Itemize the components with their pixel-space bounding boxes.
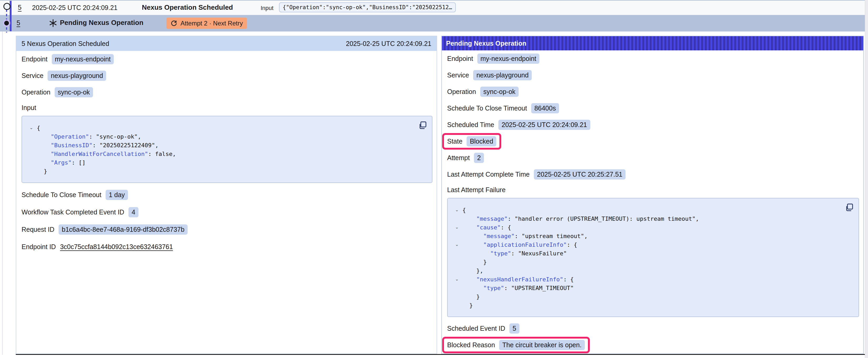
- collapse-chevron-icon[interactable]: ⌄: [455, 276, 459, 283]
- code-line: }: [455, 292, 843, 301]
- field-label: Endpoint ID: [22, 243, 56, 251]
- failure-section-label: Last Attempt Failure: [442, 183, 863, 197]
- detail-row-operation: Operationsync-op-ok: [16, 84, 437, 100]
- detail-row-last-attempt-complete-time: Last Attempt Complete Time2025-02-25 UTC…: [442, 166, 863, 183]
- collapse-chevron-icon[interactable]: ⌄: [455, 224, 459, 231]
- scheduled-card-header: 5 Nexus Operation Scheduled 2025-02-25 U…: [16, 36, 437, 51]
- code-line: "HandlerWaitForCancellation": false,: [29, 150, 416, 158]
- asterisk-icon: [49, 19, 57, 28]
- detail-row-scheduled-time: Scheduled Time2025-02-25 UTC 20:24:09.21: [442, 117, 863, 133]
- copy-icon[interactable]: [418, 121, 428, 130]
- event-id-link[interactable]: 5: [18, 4, 22, 11]
- json-key: "nexusHandlerFailureInfo": [476, 276, 563, 283]
- code-line: "message": "handler error (UPSTREAM_TIME…: [455, 215, 843, 223]
- detail-row-endpoint-id: Endpoint ID3c0c75ccfa8144b092c13ce632463…: [16, 238, 437, 255]
- scheduled-fields-bottom: Schedule To Close Timeout1 dayWorkflow T…: [16, 186, 437, 255]
- field-value: b1c6a4bc-8ee7-468a-9169-df3b02c8737b: [59, 224, 188, 235]
- code-line: "BusinessID": "20250225122409",: [29, 141, 416, 150]
- field-label: Request ID: [22, 226, 54, 233]
- json-key: "message": [483, 233, 515, 239]
- pending-fields-bottom: Scheduled Event ID5Blocked ReasonThe cir…: [442, 320, 863, 353]
- annotation-highlight-box: Blocked ReasonThe circuit breaker is ope…: [442, 337, 590, 353]
- field-value: Blocked: [467, 136, 496, 147]
- json-key: "BusinessID": [51, 142, 92, 149]
- field-label: State: [447, 137, 462, 145]
- field-label: Workflow Task Completed Event ID: [22, 208, 124, 216]
- table-left-border: [2, 32, 3, 355]
- field-value: 2: [474, 153, 484, 163]
- json-key: "type": [483, 285, 504, 291]
- retry-badge: Attempt 2 · Next Retry: [166, 18, 247, 29]
- timeline-open-circle-icon: [3, 3, 10, 10]
- detail-row-blocked-reason: Blocked ReasonThe circuit breaker is ope…: [442, 337, 863, 353]
- event-row-pending[interactable]: 5 Pending Nexus Operation Attempt 2 · Ne…: [0, 15, 865, 32]
- input-section-label: Input: [16, 100, 437, 115]
- input-json-block: ⌄{ "Operation": "sync-op-ok", "BusinessI…: [22, 116, 432, 183]
- event-title: Nexus Operation Scheduled: [142, 3, 233, 11]
- retry-icon: [170, 20, 178, 27]
- code-line: "Args": []: [29, 158, 416, 167]
- detail-row-operation: Operationsync-op-ok: [442, 84, 863, 100]
- field-value: 4: [128, 207, 138, 217]
- code-line: "Operation": "sync-op-ok",: [29, 132, 416, 141]
- field-label: Schedule To Close Timeout: [22, 191, 101, 199]
- field-label: Attempt: [447, 154, 470, 162]
- detail-row-request-id: Request IDb1c6a4bc-8ee7-468a-9169-df3b02…: [16, 221, 437, 238]
- field-value: 1 day: [105, 190, 128, 200]
- collapse-chevron-icon[interactable]: ⌄: [455, 206, 459, 214]
- detail-row-service: Servicenexus-playground: [442, 67, 863, 84]
- retry-badge-label: Attempt 2 · Next Retry: [181, 20, 243, 27]
- field-value: nexus-playground: [473, 70, 532, 80]
- field-label: Blocked Reason: [447, 341, 495, 349]
- code-line: "message": "upstream timeout",: [455, 232, 843, 240]
- field-label: Last Attempt Complete Time: [447, 171, 530, 178]
- event-row-scheduled[interactable]: 5 2025-02-25 UTC 20:24:09.21 Nexus Opera…: [0, 1, 865, 15]
- scrollbar[interactable]: [865, 0, 868, 358]
- timeline-filled-dot-icon: [3, 20, 10, 27]
- field-value: 2025-02-25 UTC 20:24:09.21: [498, 120, 590, 130]
- pending-card-title: Pending Nexus Operation: [446, 40, 526, 47]
- pending-event-id-link[interactable]: 5: [17, 19, 20, 27]
- field-label: Scheduled Event ID: [447, 325, 505, 332]
- pending-operation-card: Pending Nexus Operation Endpointmy-nexus…: [441, 36, 864, 354]
- pending-event-title: Pending Nexus Operation: [60, 19, 144, 27]
- json-key: "Args": [51, 159, 71, 166]
- detail-row-scheduled-event-id: Scheduled Event ID5: [442, 320, 863, 337]
- field-value[interactable]: 3c0c75ccfa8144b092c13ce632463761: [60, 243, 173, 251]
- code-line: ⌄ "cause": {: [455, 223, 843, 232]
- code-line: "type": "NexusFailure": [455, 249, 843, 258]
- event-timestamp: 2025-02-25 UTC 20:24:09.21: [32, 4, 118, 11]
- code-line: ⌄ "applicationFailureInfo": {: [455, 240, 843, 249]
- scheduled-fields-top: Endpointmy-nexus-endpointServicenexus-pl…: [16, 51, 437, 100]
- code-line: }: [455, 301, 843, 310]
- scheduled-event-detail-card: 5 Nexus Operation Scheduled 2025-02-25 U…: [16, 36, 437, 354]
- event-group-bottom-border: [16, 354, 865, 355]
- field-value: 86400s: [531, 103, 559, 113]
- input-label: Input: [260, 5, 274, 11]
- field-value: sync-op-ok: [480, 87, 519, 97]
- pending-card-header: Pending Nexus Operation: [442, 36, 863, 51]
- json-key: "type": [490, 250, 511, 257]
- json-key: "HandlerWaitForCancellation": [51, 151, 148, 157]
- json-key: "message": [476, 216, 507, 222]
- code-line: }: [29, 167, 416, 175]
- collapse-chevron-icon[interactable]: ⌄: [455, 241, 459, 248]
- detail-row-workflow-task-completed-event-id: Workflow Task Completed Event ID4: [16, 203, 437, 221]
- copy-icon[interactable]: [845, 203, 854, 212]
- failure-json-block: ⌄{ "message": "handler error (UPSTREAM_T…: [447, 198, 859, 317]
- json-key: "Operation": [51, 133, 89, 140]
- scheduled-card-time: 2025-02-25 UTC 20:24:09.21: [346, 40, 431, 47]
- detail-row-service: Servicenexus-playground: [16, 67, 437, 84]
- input-preview-badge[interactable]: {"Operation":"sync-op-ok","BusinessID":"…: [279, 2, 456, 12]
- field-value: The circuit breaker is open.: [499, 340, 585, 350]
- code-line: ⌄ "nexusHandlerFailureInfo": {: [455, 275, 843, 284]
- field-label: Operation: [447, 88, 476, 96]
- code-line: "type": "UPSTREAM_TIMEOUT": [455, 284, 843, 292]
- detail-row-schedule-to-close-timeout: Schedule To Close Timeout86400s: [442, 100, 863, 117]
- json-key: "applicationFailureInfo": [483, 241, 567, 248]
- collapse-chevron-icon[interactable]: ⌄: [29, 124, 33, 131]
- detail-row-endpoint: Endpointmy-nexus-endpoint: [16, 51, 437, 67]
- field-label: Endpoint: [447, 55, 473, 62]
- field-label: Schedule To Close Timeout: [447, 104, 527, 112]
- field-label: Endpoint: [22, 55, 48, 63]
